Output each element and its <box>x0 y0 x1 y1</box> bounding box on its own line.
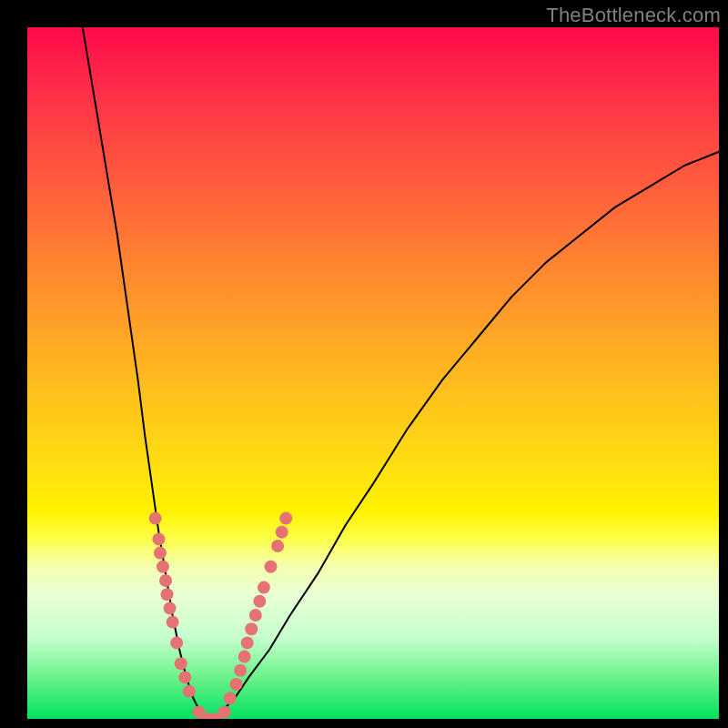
data-point <box>201 713 214 719</box>
data-point <box>178 671 191 683</box>
data-point <box>241 636 254 649</box>
data-point <box>271 540 284 552</box>
data-point <box>234 664 247 677</box>
data-point <box>164 602 177 614</box>
data-point <box>218 705 231 718</box>
data-point <box>279 512 292 525</box>
data-point <box>161 588 174 601</box>
data-point <box>249 609 262 622</box>
data-point <box>170 636 183 649</box>
data-point <box>245 622 258 635</box>
data-point <box>159 574 172 587</box>
data-point <box>152 532 165 545</box>
data-point <box>276 526 288 539</box>
chart-svg <box>27 27 719 719</box>
data-point <box>224 692 237 704</box>
data-point <box>230 678 243 691</box>
data-point <box>154 547 167 560</box>
points-layer <box>149 512 293 719</box>
data-point <box>258 581 270 594</box>
data-point <box>149 512 162 525</box>
watermark-text: TheBottleneck.com <box>546 4 721 27</box>
data-point <box>175 657 187 670</box>
chart-frame: TheBottleneck.com <box>0 0 728 728</box>
data-point <box>157 561 169 573</box>
plot-area <box>27 27 719 719</box>
data-point <box>253 595 266 608</box>
data-point <box>238 651 251 663</box>
data-point <box>265 561 278 573</box>
bottleneck-curve <box>83 27 719 719</box>
curve-layer <box>83 27 719 719</box>
data-point <box>167 616 179 629</box>
data-point <box>192 705 205 718</box>
data-point <box>183 685 196 698</box>
data-point <box>209 713 222 719</box>
